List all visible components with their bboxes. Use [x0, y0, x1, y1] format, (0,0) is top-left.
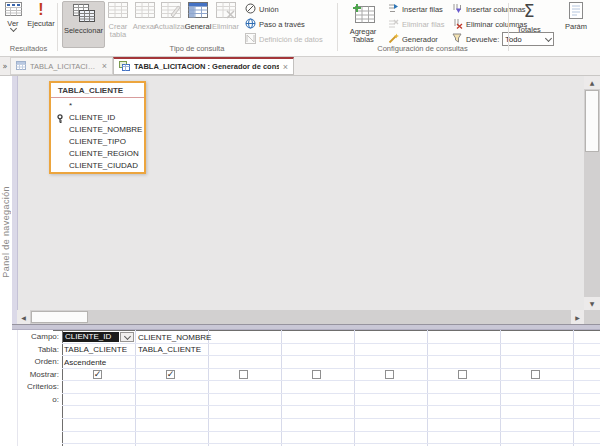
union-icon	[245, 3, 256, 16]
close-icon[interactable]: ×	[102, 61, 107, 71]
datasheet-view-icon	[5, 2, 22, 18]
select-query-button[interactable]: Seleccionar	[62, 1, 105, 48]
delete-query-icon	[216, 2, 236, 21]
row-label-tabla: Tabla:	[0, 345, 59, 354]
pass-through-button[interactable]: Paso a través	[245, 18, 305, 31]
run-exclamation-icon: !	[38, 2, 43, 18]
union-button[interactable]: Unión	[245, 3, 279, 16]
select-query-label: Seleccionar	[64, 27, 103, 35]
append-label: Anexar	[133, 23, 157, 31]
table-icon	[16, 61, 26, 72]
parameters-button[interactable]: Parám	[549, 2, 600, 31]
view-button[interactable]: Ver	[2, 2, 24, 31]
vertical-scrollbar[interactable]: ▲ ▼	[584, 76, 600, 310]
return-combobox[interactable]: Todo	[502, 32, 554, 46]
run-label: Ejecutar	[27, 20, 55, 28]
row-label-campo: Campo:	[0, 332, 59, 341]
return-label: Devuelve:	[466, 35, 499, 44]
insert-rows-label: Insertar filas	[402, 5, 443, 14]
show-checkbox[interactable]: ✓	[93, 370, 102, 379]
crosstab-icon	[188, 2, 208, 21]
update-label: Actualizar	[154, 23, 187, 31]
ribbon: Ver ! Ejecutar Resultados Seleccionar Cr…	[0, 0, 600, 57]
totals-button[interactable]: Σ Totales	[512, 2, 546, 34]
show-checkbox[interactable]: ✓	[239, 370, 248, 379]
field-cliente-ciudad[interactable]: CLIENTE_CIUDAD	[51, 160, 144, 172]
globe-icon	[245, 18, 256, 31]
scroll-down-icon[interactable]: ▼	[584, 297, 600, 310]
vertical-scroll-thumb[interactable]	[585, 90, 599, 152]
delete-query-label: Eliminar	[212, 23, 239, 31]
update-button[interactable]: Actualizar	[157, 2, 184, 31]
tab-tabla-licitacion[interactable]: TABLA_LICITACION ×	[10, 57, 113, 75]
document-tabstrip: » TABLA_LICITACION × TABLA_LICITACION : …	[0, 57, 600, 76]
delete-rows-icon	[388, 18, 399, 31]
grid-left-border	[62, 330, 63, 446]
group-label-config: Configuración de consultas	[337, 44, 508, 53]
add-tables-label-2: Tablas	[352, 35, 374, 44]
append-icon	[135, 2, 155, 21]
field-cliente-id[interactable]: CLIENTE_ID	[51, 112, 144, 124]
crosstab-button[interactable]: General	[185, 2, 211, 31]
chevron-down-icon	[545, 34, 552, 41]
row-label-orden: Orden:	[0, 357, 59, 366]
totals-label: Totales	[517, 26, 541, 34]
sigma-icon: Σ	[524, 2, 535, 20]
field-cliente-nombre[interactable]: CLIENTE_NOMBRE	[51, 124, 144, 136]
navigation-pane-title: Panel de navegación	[1, 186, 11, 278]
tabla-cell[interactable]: TABLA_CLIENTE	[138, 345, 201, 354]
insert-columns-icon	[452, 3, 463, 16]
row-label-o: o:	[0, 395, 59, 404]
make-table-button[interactable]: Crear tabla	[104, 2, 132, 39]
parameters-icon	[569, 2, 583, 21]
tab-label: TABLA_LICITACION : Generador de consulta…	[134, 62, 279, 71]
delete-query-button[interactable]: Eliminar	[212, 2, 239, 31]
insert-rows-icon	[388, 3, 399, 16]
horizontal-scroll-thumb[interactable]	[31, 311, 88, 323]
delete-rows-label: Eliminar filas	[402, 20, 445, 29]
close-icon[interactable]: ×	[283, 62, 288, 72]
run-button[interactable]: ! Ejecutar	[26, 2, 56, 28]
make-table-label-2: tabla	[110, 30, 126, 39]
show-checkbox[interactable]: ✓	[166, 370, 175, 379]
qbe-grid[interactable]: Campo: Tabla: Orden: Mostrar: Criterios:…	[0, 330, 600, 446]
show-checkbox[interactable]: ✓	[385, 370, 394, 379]
orden-cell[interactable]: Ascendente	[64, 358, 106, 367]
chevron-down-icon	[123, 332, 130, 339]
tab-query-designer[interactable]: TABLA_LICITACION : Generador de consulta…	[113, 57, 294, 75]
show-checkbox[interactable]: ✓	[312, 370, 321, 379]
chevron-down-icon	[9, 25, 16, 32]
scroll-left-icon[interactable]: ◀	[17, 310, 30, 324]
add-tables-button[interactable]: Agregar Tablas	[344, 1, 382, 46]
make-table-icon	[108, 2, 128, 21]
query-icon	[119, 61, 130, 73]
append-button[interactable]: Anexar	[133, 2, 156, 31]
field-dropdown-button[interactable]	[120, 332, 134, 342]
delete-columns-icon	[452, 18, 463, 31]
field-list-tabla-cliente[interactable]: TABLA_CLIENTE * CLIENTE_ID CLIENTE_NOMBR…	[49, 81, 146, 174]
field-cliente-tipo[interactable]: CLIENTE_TIPO	[51, 136, 144, 148]
show-checkbox[interactable]: ✓	[458, 370, 467, 379]
parameters-label: Parám	[565, 23, 587, 31]
field-cliente-region[interactable]: CLIENTE_REGION	[51, 148, 144, 160]
insert-rows-button[interactable]: Insertar filas	[388, 3, 443, 16]
scroll-up-icon[interactable]: ▲	[584, 76, 600, 89]
horizontal-scrollbar[interactable]: ◀ ▶	[17, 310, 584, 324]
select-query-icon	[73, 4, 95, 25]
pass-through-label: Paso a través	[259, 20, 305, 29]
crosstab-label: General	[185, 23, 212, 31]
campo-cell[interactable]: CLIENTE_NOMBRE	[138, 333, 211, 342]
scroll-right-icon[interactable]: ▶	[571, 310, 584, 324]
ribbon-separator	[508, 3, 509, 51]
field-list-title[interactable]: TABLA_CLIENTE	[51, 83, 144, 98]
nav-expand-icon[interactable]: »	[0, 59, 10, 74]
tab-label: TABLA_LICITACION	[30, 62, 98, 71]
update-icon	[161, 2, 181, 21]
group-label-tipo: Tipo de consulta	[57, 44, 337, 53]
field-asterisk[interactable]: *	[51, 100, 144, 112]
show-checkbox[interactable]: ✓	[531, 370, 540, 379]
query-design-surface[interactable]: TABLA_CLIENTE * CLIENTE_ID CLIENTE_NOMBR…	[18, 76, 584, 310]
tabla-cell[interactable]: TABLA_CLIENTE	[64, 345, 127, 354]
campo-cell-selected[interactable]: CLIENTE_ID	[63, 332, 119, 342]
delete-rows-button[interactable]: Eliminar filas	[388, 18, 445, 31]
